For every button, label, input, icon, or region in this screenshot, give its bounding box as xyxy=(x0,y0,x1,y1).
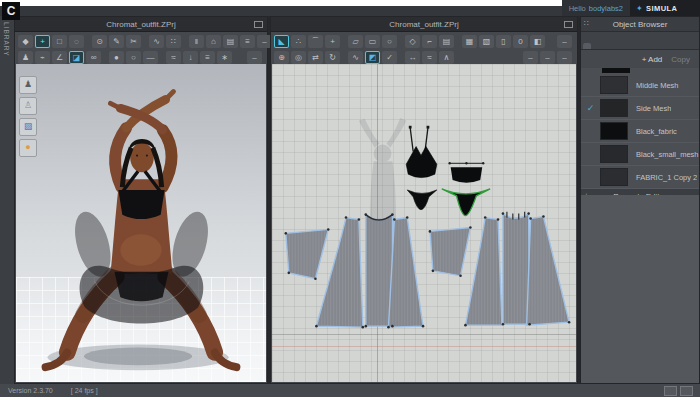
fabric-list-scrolled-row xyxy=(581,68,699,74)
show-avatar-icon[interactable]: ♟ xyxy=(19,76,37,94)
tab-button[interactable] xyxy=(592,43,600,49)
fabric-row-middle-mesh[interactable]: ✓ Middle Mesh xyxy=(581,74,699,97)
avatar-tool-icon[interactable]: ♟ xyxy=(18,51,33,64)
fabric-texture-icon[interactable]: ▦ xyxy=(462,35,477,48)
angle-measure-icon[interactable]: ∠ xyxy=(52,51,67,64)
fabric-name: Black_small_mesh xyxy=(636,150,699,159)
flip-pattern-icon[interactable]: ⇄ xyxy=(308,51,323,64)
window-2d-restore-icon[interactable] xyxy=(564,21,573,28)
edit-point-icon[interactable]: ∴ xyxy=(291,35,306,48)
add-fabric-button[interactable]: + Add xyxy=(642,55,663,64)
panel-menu-icon[interactable]: ∷ xyxy=(584,19,589,28)
add-point-icon[interactable]: + xyxy=(325,35,340,48)
show-skin-offset-icon[interactable]: ● xyxy=(19,139,37,157)
steam-tool-icon[interactable]: ≡ xyxy=(240,35,255,48)
fabric-swatch[interactable] xyxy=(600,76,628,94)
circle-tool-icon[interactable]: ○ xyxy=(382,35,397,48)
pen-tool-icon[interactable]: ✎ xyxy=(109,35,124,48)
tab-fabric[interactable] xyxy=(583,43,591,49)
pattern-robe-left-set[interactable] xyxy=(286,215,423,328)
pattern-bra-top[interactable] xyxy=(406,126,437,178)
toolbar2d-row2-overflow-b-icon[interactable]: – xyxy=(540,51,555,64)
select-move-tool-icon[interactable]: + xyxy=(35,35,50,48)
particle-spacing-icon[interactable]: ∗ xyxy=(217,51,232,64)
object-browser-header[interactable]: ∷ Object Browser xyxy=(581,17,699,32)
fabric-row-black-fabric[interactable]: ✓ Black_fabric xyxy=(581,120,699,143)
wind-icon[interactable]: ≈ xyxy=(166,51,181,64)
library-panel-collapsed[interactable]: LIBRARY xyxy=(0,16,14,384)
fabric-row-black-small-mesh[interactable]: ✓ Black_small_mesh xyxy=(581,143,699,166)
elastic-tool-icon[interactable]: ↔ xyxy=(405,51,420,64)
pleat-tool-icon[interactable]: ∧ xyxy=(439,51,454,64)
username-link[interactable]: bodylabs2 xyxy=(589,4,623,13)
seam-allowance-icon[interactable]: ▤ xyxy=(439,35,454,48)
viewport-2d-pattern[interactable] xyxy=(272,64,576,382)
swatch-half-icon[interactable]: ◧ xyxy=(530,35,545,48)
simulate-button[interactable]: ✦ SIMULA xyxy=(630,0,700,16)
pan-2d-icon[interactable]: ⊕ xyxy=(274,51,289,64)
tab-buttonhole[interactable] xyxy=(601,43,609,49)
toolbar3d-row2-overflow-icon[interactable]: – xyxy=(247,51,262,64)
fabric-swatch[interactable] xyxy=(600,122,628,140)
pattern-bandeau[interactable] xyxy=(448,162,484,183)
garment-skirt-3d[interactable] xyxy=(80,266,204,324)
zoom-2d-icon[interactable]: ◎ xyxy=(291,51,306,64)
transform-pattern-icon[interactable]: ◣ xyxy=(274,35,289,48)
curve-sew-icon[interactable]: ≈ xyxy=(422,51,437,64)
window-3d-titlebar[interactable]: Chromat_outfit.ZPrj xyxy=(15,17,267,32)
press-tool-icon[interactable]: ▤ xyxy=(223,35,238,48)
tape-measure-icon[interactable]: ⌁ xyxy=(35,51,50,64)
layer-list-icon[interactable]: ≡ xyxy=(200,51,215,64)
fabric-swatch[interactable] xyxy=(600,168,628,186)
window-2d-titlebar[interactable]: Chromat_outfit.ZPrj xyxy=(271,17,577,32)
window-tile-icon[interactable] xyxy=(680,386,693,396)
quality-gem-icon[interactable]: ◆ xyxy=(18,35,33,48)
select-box-icon[interactable]: □ xyxy=(52,35,67,48)
toolbar2d-overflow-icon[interactable]: – xyxy=(557,35,572,48)
viewport-3d[interactable]: ♟♙▨● xyxy=(16,64,266,382)
window-layout-icon[interactable] xyxy=(664,386,677,396)
pattern-panty-right-selected[interactable] xyxy=(442,189,490,216)
copy-fabric-button[interactable]: Copy xyxy=(671,55,690,64)
free-sewing-icon[interactable]: ∿ xyxy=(348,51,363,64)
window-3d-restore-icon[interactable] xyxy=(254,21,263,28)
fabric-row-fabric1-copy2[interactable]: ✓ FABRIC_1 Copy 2 xyxy=(581,166,699,189)
notch-tool-icon[interactable]: ⌐ xyxy=(422,35,437,48)
window-2d: Chromat_outfit.ZPrj ◣∴⌒+▱▭○◇⌐▤▦▧▯0◧– ⊕◎⇄… xyxy=(270,16,578,384)
rectangle-tool-icon[interactable]: ▭ xyxy=(365,35,380,48)
select-lasso-icon[interactable]: ◌ xyxy=(69,35,84,48)
show-glasses-icon[interactable]: ∞ xyxy=(86,51,101,64)
fabric-swatch[interactable] xyxy=(600,145,628,163)
gravity-icon[interactable]: ↓ xyxy=(183,51,198,64)
hanger-icon[interactable]: ⌂ xyxy=(206,35,221,48)
fabric-row-side-mesh[interactable]: ✓ Side Mesh xyxy=(581,97,699,120)
tab-topstitch[interactable] xyxy=(610,43,618,49)
ground-line-icon[interactable]: — xyxy=(143,51,158,64)
rotate-pattern-icon[interactable]: ↻ xyxy=(325,51,340,64)
fabric-swatch[interactable] xyxy=(600,99,628,117)
pin-tool-icon[interactable]: ⊙ xyxy=(92,35,107,48)
sewing-tool-icon[interactable]: ∿ xyxy=(149,35,164,48)
pattern-panty-left[interactable] xyxy=(407,190,437,210)
fabric-name: Middle Mesh xyxy=(636,81,679,90)
pattern-robe-right-set[interactable] xyxy=(430,214,569,326)
arrange-points-icon[interactable]: ∷ xyxy=(166,35,181,48)
toolbar2d-row2-overflow-c-icon[interactable]: – xyxy=(557,51,572,64)
light-sphere-icon[interactable]: ○ xyxy=(126,51,141,64)
toolbar2d-row2-overflow-a-icon[interactable]: – xyxy=(523,51,538,64)
sync-2d3d-icon[interactable]: ◩ xyxy=(365,51,380,64)
polygon-tool-icon[interactable]: ▱ xyxy=(348,35,363,48)
show-garment-icon[interactable]: ▨ xyxy=(19,118,37,136)
dart-tool-icon[interactable]: ◇ xyxy=(405,35,420,48)
pair-sync-icon[interactable]: ‖ xyxy=(189,35,204,48)
render-style-icon[interactable]: ◪ xyxy=(69,51,84,64)
scissors-icon[interactable]: ✂ xyxy=(126,35,141,48)
edit-curvature-icon[interactable]: ⌒ xyxy=(308,35,323,48)
check-seam-icon[interactable]: ✓ xyxy=(382,51,397,64)
dark-sphere-icon[interactable]: ● xyxy=(109,51,124,64)
baseline-zero-icon[interactable]: 0 xyxy=(513,35,528,48)
print-layout-icon[interactable]: ▯ xyxy=(496,35,511,48)
show-avatar-mesh-icon[interactable]: ♙ xyxy=(19,97,37,115)
grading-icon[interactable]: ▧ xyxy=(479,35,494,48)
status-info-label: [ 24 fps ] xyxy=(71,387,664,394)
